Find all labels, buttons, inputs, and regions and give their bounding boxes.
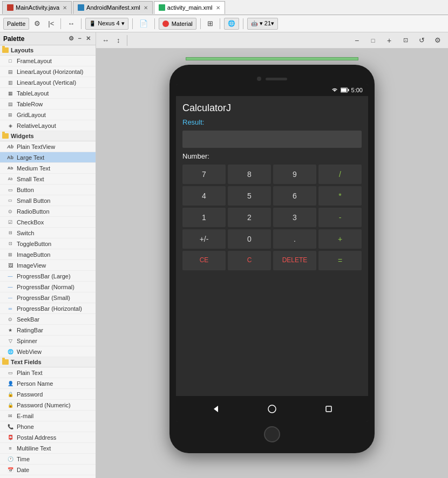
toolbar-separator-7 xyxy=(243,18,243,29)
settings-btn[interactable]: ⚙ xyxy=(31,18,43,30)
palette-item-smallbutton[interactable]: ▭ Small Button xyxy=(0,195,96,206)
nav-home[interactable] xyxy=(266,403,278,415)
nav-back[interactable] xyxy=(209,403,221,415)
material-label: Material xyxy=(172,21,193,27)
palette-item-tablelayout[interactable]: ▦ TableLayout xyxy=(0,88,96,99)
tab-layout[interactable]: activity_main.xml ✕ xyxy=(154,1,225,14)
palette-item-progressbar-horizontal[interactable]: ═ ProgressBar (Horizontal) xyxy=(0,303,96,314)
palette-search-icon[interactable]: − xyxy=(77,35,83,43)
tab-layout-close[interactable]: ✕ xyxy=(216,5,220,11)
palette-item-relativelayout[interactable]: ◈ RelativeLayout xyxy=(0,120,96,131)
refresh-btn[interactable]: ↺ xyxy=(415,33,429,47)
tab-mainactivity[interactable]: MainActivity.java ✕ xyxy=(2,1,72,14)
resize-horizontal-btn[interactable]: ↔ xyxy=(99,35,112,46)
nav-recents[interactable] xyxy=(323,403,335,415)
palette-item-radiobutton[interactable]: ⊙ RadioButton xyxy=(0,206,96,217)
palette-item-number[interactable]: # Number xyxy=(0,475,96,478)
btn-delete[interactable]: DELETE xyxy=(273,251,316,270)
palette-item-personname[interactable]: 👤 Person Name xyxy=(0,378,96,389)
palette-item-linearlayout-v[interactable]: ▥ LinearLayout (Vertical) xyxy=(0,77,96,88)
checkbox-label: CheckBox xyxy=(17,219,44,226)
palette-item-largetext[interactable]: Ab Large Text xyxy=(0,152,96,163)
btn-1[interactable]: 1 xyxy=(182,208,226,227)
globe-btn[interactable]: 🌐 xyxy=(224,18,239,30)
palette-item-mediumtext[interactable]: Ab Medium Text xyxy=(0,163,96,174)
layout-icon-btn[interactable]: ⊞ xyxy=(205,18,216,30)
btn-6[interactable]: 6 xyxy=(273,186,316,206)
tab-manifest-close[interactable]: ✕ xyxy=(144,5,148,11)
btn-9[interactable]: 9 xyxy=(273,165,316,184)
palette-item-spinner[interactable]: ▽ Spinner xyxy=(0,336,96,346)
palette-item-plaintextview[interactable]: Ab Plain TextView xyxy=(0,141,96,152)
btn-7[interactable]: 7 xyxy=(182,165,226,184)
palette-item-time[interactable]: 🕐 Time xyxy=(0,454,96,465)
palette-item-phone[interactable]: 📞 Phone xyxy=(0,421,96,432)
palette-item-date[interactable]: 📅 Date xyxy=(0,465,96,475)
btn-divide[interactable]: / xyxy=(318,165,362,184)
zoom-out-btn[interactable]: − xyxy=(350,33,364,47)
palette-item-checkbox[interactable]: ☑ CheckBox xyxy=(0,217,96,228)
palette-item-postaladdress[interactable]: 📮 Postal Address xyxy=(0,432,96,443)
tab-manifest[interactable]: AndroidManifest.xml ✕ xyxy=(73,1,153,14)
category-layouts[interactable]: Layouts xyxy=(0,45,96,56)
palette-item-imagebutton[interactable]: ⊞ ImageButton xyxy=(0,249,96,260)
design-settings-btn[interactable]: ⚙ xyxy=(431,33,445,47)
material-btn[interactable]: Material xyxy=(159,18,196,30)
category-textfields[interactable]: Text Fields xyxy=(0,357,96,367)
palette-item-tablerow[interactable]: ▤ TableRow xyxy=(0,99,96,110)
palette-item-ratingbar[interactable]: ★ RatingBar xyxy=(0,325,96,336)
personname-icon: 👤 xyxy=(6,380,14,387)
api-label: ▾ 21▾ xyxy=(260,20,274,27)
btn-ce[interactable]: CE xyxy=(182,251,226,270)
palette-item-password-numeric[interactable]: 🔒 Password (Numeric) xyxy=(0,400,96,411)
zoom-in-btn[interactable]: + xyxy=(382,33,396,47)
btn-8[interactable]: 8 xyxy=(228,165,271,184)
palette-item-email[interactable]: ✉ E-mail xyxy=(0,411,96,421)
palette-close-icon[interactable]: ✕ xyxy=(84,35,92,43)
palette-settings-icon[interactable]: ⚙ xyxy=(67,35,76,43)
btn-equals[interactable]: = xyxy=(318,251,362,270)
palette-item-progressbar-normal[interactable]: — ProgressBar (Normal) xyxy=(0,282,96,292)
nexus-btn[interactable]: 📱 Nexus 4 ▾ xyxy=(85,18,128,30)
btn-multiply[interactable]: * xyxy=(318,186,362,206)
linearlayout-v-label: LinearLayout (Vertical) xyxy=(17,79,76,86)
palette-item-webview[interactable]: 🌐 WebView xyxy=(0,346,96,357)
btn-3[interactable]: 3 xyxy=(273,208,316,227)
btn-0[interactable]: 0 xyxy=(228,229,271,249)
palette-item-multilinetext[interactable]: ≡ Multiline Text xyxy=(0,443,96,454)
palette-item-imageview[interactable]: 🖼 ImageView xyxy=(0,260,96,271)
btn-2[interactable]: 2 xyxy=(228,208,271,227)
palette-item-seekbar[interactable]: ⊙ SeekBar xyxy=(0,314,96,325)
android-btn[interactable]: 🤖 ▾ 21▾ xyxy=(247,18,278,30)
palette-item-framelayout[interactable]: □ FrameLayout xyxy=(0,56,96,66)
radiobutton-icon: ⊙ xyxy=(6,208,14,215)
palette-item-togglebutton[interactable]: ⊡ ToggleButton xyxy=(0,238,96,249)
arrow-btn[interactable]: |< xyxy=(45,18,57,30)
palette-item-button[interactable]: ▭ Button xyxy=(0,185,96,195)
palette-item-progressbar-large[interactable]: — ProgressBar (Large) xyxy=(0,271,96,282)
zoom-fit-btn[interactable]: ⊡ xyxy=(398,33,412,47)
btn-dot[interactable]: . xyxy=(273,229,316,249)
palette-item-gridlayout[interactable]: ⊞ GridLayout xyxy=(0,110,96,120)
layout-arrow-btn[interactable]: ↔ xyxy=(65,18,77,30)
btn-plus[interactable]: + xyxy=(318,229,362,249)
resize-vertical-btn[interactable]: ↕ xyxy=(114,35,123,46)
tab-mainactivity-close[interactable]: ✕ xyxy=(63,5,67,11)
palette-item-password[interactable]: 🔒 Password xyxy=(0,389,96,400)
palette-item-progressbar-small[interactable]: — ProgressBar (Small) xyxy=(0,292,96,303)
palette-item-plaintext[interactable]: ▭ Plain Text xyxy=(0,367,96,378)
palette-item-linearlayout-h[interactable]: ▤ LinearLayout (Horizontal) xyxy=(0,66,96,77)
btn-5[interactable]: 5 xyxy=(228,186,271,206)
palette-btn[interactable]: Palette xyxy=(3,18,29,30)
xml-file-icon xyxy=(78,4,84,11)
btn-4[interactable]: 4 xyxy=(182,186,226,206)
btn-plusminus[interactable]: +/- xyxy=(182,229,226,249)
doc-btn[interactable]: 📄 xyxy=(137,18,151,30)
palette-item-smalltext[interactable]: Ab Small Text xyxy=(0,174,96,185)
linearlayout-v-icon: ▥ xyxy=(6,79,14,86)
btn-minus[interactable]: - xyxy=(318,208,362,227)
palette-item-switch[interactable]: ⊟ Switch xyxy=(0,228,96,238)
category-widgets[interactable]: Widgets xyxy=(0,131,96,141)
btn-c[interactable]: C xyxy=(228,251,271,270)
home-button[interactable] xyxy=(264,426,280,442)
